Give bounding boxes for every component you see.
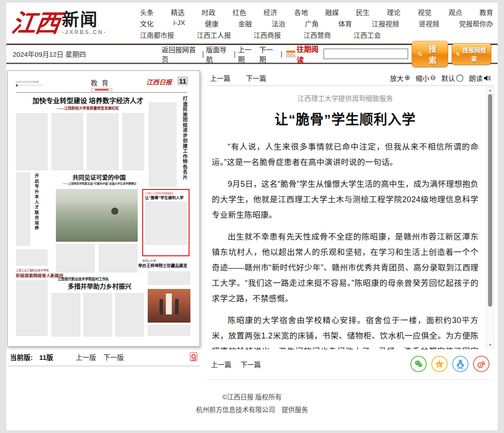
nav-item-rongmei[interactable]: 融媒 xyxy=(325,7,339,17)
fake-text-column xyxy=(16,114,48,170)
article-paragraph: 9月5日，这名“脆骨”学生从憧憬大学生活的高中生，成为满怀理想抱负的大学生，他就… xyxy=(212,176,479,223)
nav-item-shangbao[interactable]: 江西商报 xyxy=(254,30,281,40)
next-page-link[interactable]: 下一版 xyxy=(104,352,124,362)
nav-item-gongrenbao[interactable]: 江西工人报 xyxy=(197,30,231,40)
prev-issue-link[interactable]: 上一期 xyxy=(238,45,257,64)
nav-item-toutiao[interactable]: 头条 xyxy=(140,7,154,17)
pdf-download-icon[interactable] xyxy=(190,353,197,361)
nav-item-jingxuan[interactable]: 精选 xyxy=(171,7,185,17)
article-kicker: 江西理工大学提供周到细致服务 xyxy=(212,93,479,103)
share-weibo-button[interactable] xyxy=(473,356,489,372)
next-article-link-bottom[interactable]: 下一篇 xyxy=(240,359,261,369)
highlighted-article-box[interactable]: 江西理工大学提供周到细致服务 让“脆骨”学生顺利入学 xyxy=(142,189,190,256)
article-paragraph: “有人说，人生来很多事情就已命中注定，但我从来不相信所谓的命运。”这是一名脆骨症… xyxy=(212,139,479,170)
nav-item-dangbao[interactable]: 党报帮你办 xyxy=(459,19,493,28)
page-thumbnail-column: 2024年9月12日 星期四 教育 江西日报 11 加快专业转型建设 培养数字经… xyxy=(7,70,200,380)
nav-item-guandian[interactable]: 观点 xyxy=(449,7,462,17)
nav-item-jingji[interactable]: 经济 xyxy=(264,7,277,17)
mini-headline-4-kicker: 江西工业工程职业技术学院 xyxy=(16,268,49,272)
nav-item-fazhi[interactable]: 法治 xyxy=(272,19,285,28)
reset-size-button[interactable]: 默认 ◯ xyxy=(441,73,464,83)
mini-headline-5: 多措并举助力乡村振兴 xyxy=(51,281,148,290)
prev-page-link[interactable]: 上一版 xyxy=(76,352,96,362)
nav-item-shu-video[interactable]: 竖视频 xyxy=(419,19,439,28)
share-qzone-button[interactable] xyxy=(431,356,448,372)
mini-header-rule xyxy=(16,92,187,93)
issue-date: 2024年09月12日 星期四 xyxy=(13,49,109,59)
article-title: 让“脆骨”学生顺利入学 xyxy=(212,108,479,128)
nav-item-yingshang[interactable]: 江西营商 xyxy=(304,30,331,40)
nav-item-jinrong[interactable]: 金融 xyxy=(238,19,252,28)
mini-headline-1: 加快专业转型建设 培养数字经济人才 xyxy=(12,95,164,105)
nav-item-hongse[interactable]: 红色 xyxy=(233,7,246,17)
site-search-button[interactable]: 搜报网搜索 xyxy=(452,43,491,65)
scroll-down-arrow[interactable]: ▼ xyxy=(487,343,494,347)
read-aloud-button[interactable]: 朗读 xyxy=(469,73,490,83)
fake-text-column xyxy=(16,281,48,336)
zoom-out-button[interactable]: 缩小 ⊖ xyxy=(416,73,436,83)
mini-box-title: 让“脆骨”学生顺利入学 xyxy=(145,195,187,200)
share-qq-button[interactable] xyxy=(452,356,469,372)
prev-article-link-bottom[interactable]: 上一篇 xyxy=(211,359,231,369)
nav-item-tiyu[interactable]: 体育 xyxy=(339,19,352,28)
back-home-link[interactable]: 返回报网首页 xyxy=(162,45,200,64)
reset-size-label: 默认 xyxy=(441,73,455,83)
fake-text-column xyxy=(145,202,187,245)
article-column: 上一篇 下一篇 放大 ⊕ 缩小 ⊖ 默认 ◯ xyxy=(206,70,494,380)
mini-photo-figure xyxy=(175,299,179,314)
nav-item-ijx[interactable]: i-JX xyxy=(173,19,185,28)
nav-item-wenhua[interactable]: 文化 xyxy=(140,19,154,28)
fake-text-column xyxy=(51,294,80,336)
scroll-up-arrow[interactable]: ▲ xyxy=(487,88,494,92)
fake-text-column xyxy=(122,114,144,170)
search-input[interactable] xyxy=(324,49,408,59)
nav-item-minsheng[interactable]: 民生 xyxy=(356,7,369,17)
nav-item-jiankang[interactable]: 健康 xyxy=(205,19,219,28)
mini-newspaper: 2024年9月12日 星期四 教育 江西日报 11 加快专业转型建设 培养数字经… xyxy=(12,75,191,342)
nav-item-jiaoyu[interactable]: 教育 xyxy=(479,7,493,17)
mini-section-tag xyxy=(91,88,112,91)
share-buttons xyxy=(410,356,489,372)
qzone-star-icon xyxy=(434,359,444,369)
nav-item-shijue[interactable]: 视觉 xyxy=(418,7,431,17)
fake-text-column xyxy=(148,272,190,285)
site-logo[interactable]: 江西 新闻 -JXRBS.CN- xyxy=(12,11,134,35)
nav-item-jiangnan[interactable]: 江南都市报 xyxy=(140,30,174,40)
search-button[interactable]: 搜 索 xyxy=(412,41,448,67)
page-layout-link[interactable]: 版面导航 xyxy=(206,45,232,64)
zoom-out-label: 缩小 xyxy=(416,73,429,83)
page-container: 江西 新闻 -JXRBS.CN- 头条 精选 时政 红色 经济 各地 融媒 民生… xyxy=(6,3,498,430)
nav-item-jiangbao-video[interactable]: 江报视频 xyxy=(372,19,399,28)
fake-text-column xyxy=(115,294,144,336)
share-wechat-button[interactable] xyxy=(410,356,427,372)
newspaper-page-thumbnail[interactable]: 2024年9月12日 星期四 教育 江西日报 11 加快专业转型建设 培养数字经… xyxy=(7,70,200,347)
mini-headline-4: 积极探索网络育人新路径 xyxy=(16,272,64,279)
nav-item-shizheng[interactable]: 时政 xyxy=(202,7,215,17)
qq-penguin-icon xyxy=(456,359,465,369)
nav-item-gedi[interactable]: 各地 xyxy=(294,7,308,17)
mini-masthead: 江西日报 xyxy=(146,77,172,86)
prev-article-link-top[interactable]: 上一篇 xyxy=(210,73,230,83)
fake-text-column xyxy=(56,244,95,273)
fake-text-column xyxy=(16,250,48,265)
nav-item-guangjiao[interactable]: 广角 xyxy=(305,19,319,28)
site-header: 江西 新闻 -JXRBS.CN- 头条 精选 时政 红色 经济 各地 融媒 民生… xyxy=(6,3,498,44)
archive-link[interactable]: 往期阅读 xyxy=(286,43,324,65)
mini-page-number: 11 xyxy=(177,76,188,85)
site-footer: ©江西日报 版权所有 杭州前方信息技术有限公司 提供服务 xyxy=(6,380,498,428)
article-scrollbar[interactable]: ▲ ▼ xyxy=(486,87,494,348)
page-nav-links: 上一版 下一版 xyxy=(76,352,124,362)
next-issue-link[interactable]: 下一期 xyxy=(259,45,278,64)
current-page-label: 当前版: 11版 xyxy=(10,352,53,362)
main-content: 2024年9月12日 星期四 教育 江西日报 11 加快专业转型建设 培养数字经… xyxy=(6,64,498,380)
zoom-in-button[interactable]: 放大 ⊕ xyxy=(390,73,410,83)
nav-item-lilun[interactable]: 理论 xyxy=(387,7,400,17)
nav-item-gonghui[interactable]: 江西工会 xyxy=(354,30,381,40)
next-article-link-top[interactable]: 下一篇 xyxy=(246,73,266,83)
mini-headline-3: 举办王梓坤院士珍藏品展览 xyxy=(135,263,190,269)
fake-text-column xyxy=(51,114,83,170)
fake-text-column xyxy=(99,244,138,273)
scrollbar-thumb[interactable] xyxy=(488,94,492,307)
mini-section-title: 教育 xyxy=(90,78,112,87)
mini-vertical-headline-right: 打造民族团结进步创建工作特色名片 xyxy=(182,96,189,189)
